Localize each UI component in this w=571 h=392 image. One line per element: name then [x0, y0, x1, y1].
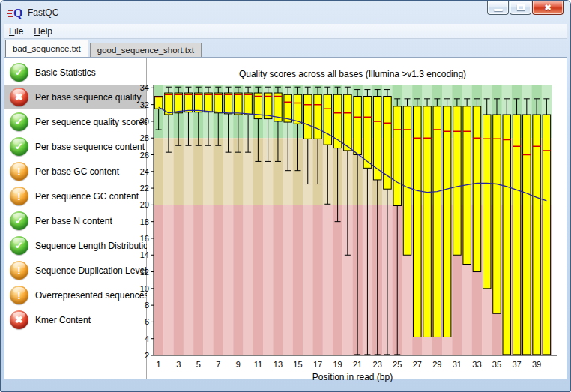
- svg-text:3: 3: [176, 360, 181, 369]
- svg-text:32: 32: [140, 100, 149, 109]
- fail-icon: ✖: [10, 310, 28, 329]
- menu-bar: File Help: [4, 24, 567, 39]
- minimize-icon: [494, 9, 503, 11]
- sidebar-item-basic-statistics[interactable]: ✓ Basic Statistics: [4, 60, 146, 85]
- fastqc-logo-icon: Q: [7, 6, 24, 19]
- tab-good-sequence-short-txt[interactable]: good_sequence_short.txt: [90, 43, 202, 57]
- svg-text:20: 20: [140, 200, 149, 209]
- svg-text:34: 34: [140, 83, 149, 92]
- fastqc-window: Q FastQC ✖ File Help bad_sequence.txtgoo…: [0, 0, 571, 392]
- svg-text:1: 1: [157, 360, 161, 369]
- svg-text:17: 17: [313, 360, 322, 369]
- svg-text:21: 21: [353, 360, 362, 369]
- sidebar-item-per-sequence-gc-content[interactable]: ! Per sequence GC content: [4, 184, 146, 208]
- svg-text:6: 6: [145, 317, 149, 326]
- report-content: ✓ Basic Statistics ✖ Per base sequence q…: [4, 57, 567, 379]
- fail-icon: ✖: [10, 88, 28, 106]
- svg-text:19: 19: [333, 360, 342, 369]
- svg-text:27: 27: [413, 360, 422, 369]
- window-title: FastQC: [28, 7, 58, 18]
- svg-text:12: 12: [140, 268, 149, 277]
- pass-icon: ✓: [10, 137, 28, 156]
- sidebar-item-per-sequence-quality-scores[interactable]: ✓ Per sequence quality scores: [4, 109, 146, 134]
- warn-icon: !: [10, 162, 28, 181]
- svg-text:39: 39: [532, 360, 541, 369]
- maximize-icon: [517, 4, 525, 10]
- svg-text:15: 15: [293, 360, 302, 369]
- tab-bad-sequence-txt[interactable]: bad_sequence.txt: [5, 40, 88, 57]
- svg-text:10: 10: [140, 284, 149, 293]
- svg-text:2: 2: [145, 351, 149, 360]
- pass-icon: ✓: [10, 63, 28, 82]
- svg-text:18: 18: [140, 217, 149, 226]
- warn-icon: !: [10, 286, 28, 304]
- svg-text:28: 28: [140, 133, 149, 142]
- svg-text:13: 13: [274, 360, 283, 369]
- warn-icon: !: [10, 187, 28, 205]
- svg-text:35: 35: [492, 360, 501, 369]
- svg-text:30: 30: [140, 117, 149, 126]
- sidebar-item-kmer-content[interactable]: ✖ Kmer Content: [4, 307, 146, 332]
- svg-text:Quality scores across all base: Quality scores across all bases (Illumin…: [239, 69, 466, 79]
- close-icon: ✖: [544, 3, 551, 13]
- svg-text:31: 31: [453, 360, 462, 369]
- close-button[interactable]: ✖: [532, 1, 564, 15]
- sidebar-item-overrepresented-sequences[interactable]: ! Overrepresented sequences: [4, 283, 146, 307]
- svg-text:16: 16: [140, 234, 149, 243]
- sidebar-item-per-base-n-content[interactable]: ✓ Per base N content: [4, 208, 146, 233]
- svg-text:4: 4: [145, 334, 149, 343]
- pass-icon: ✓: [10, 112, 28, 131]
- svg-text:7: 7: [216, 360, 220, 369]
- window-controls: ✖: [487, 1, 564, 15]
- sidebar-item-per-base-sequence-content[interactable]: ✓ Per base sequence content: [4, 134, 146, 159]
- maximize-button[interactable]: [510, 1, 531, 15]
- sidebar-item-sequence-length-distribution[interactable]: ✓ Sequence Length Distribution: [4, 233, 146, 258]
- pass-icon: ✓: [10, 211, 28, 230]
- svg-text:33: 33: [472, 360, 481, 369]
- warn-icon: !: [10, 261, 28, 280]
- svg-text:37: 37: [512, 360, 521, 369]
- chart-panel: 2468101214161820222426283032341357911131…: [147, 58, 567, 379]
- menu-help[interactable]: Help: [34, 26, 52, 37]
- svg-text:22: 22: [140, 184, 149, 193]
- title-bar: Q FastQC ✖: [1, 1, 570, 24]
- module-sidebar: ✓ Basic Statistics ✖ Per base sequence q…: [4, 58, 147, 379]
- pass-icon: ✓: [10, 236, 28, 255]
- svg-text:23: 23: [373, 360, 382, 369]
- sidebar-item-per-base-gc-content[interactable]: ! Per base GC content: [4, 159, 146, 184]
- sidebar-item-per-base-sequence-quality[interactable]: ✖ Per base sequence quality: [4, 85, 146, 109]
- svg-text:29: 29: [432, 360, 441, 369]
- svg-text:14: 14: [140, 250, 149, 259]
- svg-text:Position in read (bp): Position in read (bp): [312, 372, 393, 382]
- file-tab-bar: bad_sequence.txtgood_sequence_short.txt: [4, 39, 567, 57]
- svg-text:25: 25: [393, 360, 402, 369]
- svg-text:5: 5: [196, 360, 201, 369]
- svg-text:8: 8: [145, 301, 149, 310]
- menu-file[interactable]: File: [9, 26, 23, 37]
- svg-text:Q: Q: [13, 7, 22, 19]
- sidebar-item-sequence-duplication-levels[interactable]: ! Sequence Duplication Levels: [4, 258, 146, 283]
- minimize-button[interactable]: [487, 1, 509, 15]
- svg-text:9: 9: [236, 360, 241, 369]
- svg-text:24: 24: [140, 167, 149, 176]
- svg-text:26: 26: [140, 151, 149, 160]
- svg-text:11: 11: [254, 360, 262, 369]
- quality-boxplot-chart: 2468101214161820222426283032341357911131…: [147, 58, 571, 380]
